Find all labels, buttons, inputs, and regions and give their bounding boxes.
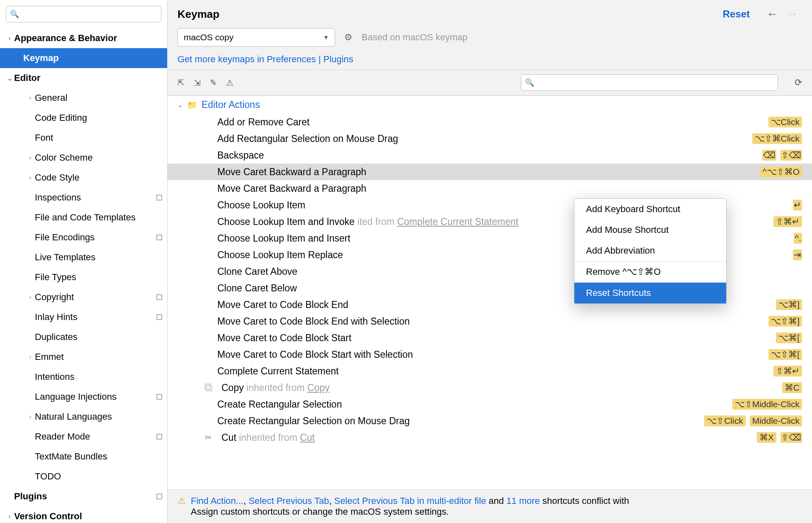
action-name: Move Caret to Code Block Start bbox=[217, 332, 771, 344]
action-row[interactable]: Create Rectangular Selection on Mouse Dr… bbox=[168, 413, 812, 429]
shortcut-list: ↵ bbox=[793, 200, 802, 210]
footer-link[interactable]: Select Previous Tab bbox=[248, 496, 329, 506]
sidebar-item-file-types[interactable]: File Types bbox=[0, 267, 167, 287]
group-editor-actions[interactable]: ⌄ 📁 Editor Actions bbox=[168, 96, 812, 114]
sidebar-search-input[interactable] bbox=[6, 6, 161, 22]
gear-icon[interactable]: ⚙ bbox=[344, 32, 353, 43]
sidebar-item-label: Reader Mode bbox=[35, 431, 154, 442]
shortcut-badge: ↵ bbox=[793, 200, 802, 210]
sidebar-item-appearance-behavior[interactable]: ›Appearance & Behavior bbox=[0, 28, 167, 48]
get-more-row: Get more keymaps in Preferences | Plugin… bbox=[168, 49, 812, 70]
edit-icon[interactable]: ✎ bbox=[210, 78, 217, 88]
action-row[interactable]: Complete Current Statement⇧⌘↵ bbox=[168, 363, 812, 379]
find-by-shortcut-icon[interactable]: ⟳ bbox=[795, 77, 802, 88]
sidebar-item-todo[interactable]: TODO bbox=[0, 467, 167, 486]
action-row[interactable]: Move Caret to Code Block Start⌥⌘[ bbox=[168, 330, 812, 346]
sidebar-item-file-encodings[interactable]: File Encodings bbox=[0, 227, 167, 247]
action-row[interactable]: Move Caret to Code Block End with Select… bbox=[168, 313, 812, 330]
action-search-input[interactable] bbox=[521, 74, 778, 91]
page-title: Keymap bbox=[177, 8, 723, 21]
sidebar-item-natural-languages[interactable]: ›Natural Languages bbox=[0, 407, 167, 427]
action-row[interactable]: ✂Cut inherited from Cut⌘X⇧⌫ bbox=[168, 429, 812, 446]
shortcut-badge: ^. bbox=[794, 233, 802, 244]
sidebar-item-keymap[interactable]: Keymap bbox=[0, 48, 167, 68]
chevron-icon: › bbox=[26, 413, 35, 420]
action-row[interactable]: Move Caret Backward a Paragraph^⌥⇧⌘O bbox=[168, 164, 812, 180]
sidebar-item-label: File and Code Templates bbox=[35, 212, 162, 223]
action-row[interactable]: ⿻Copy inherited from Copy⌘C bbox=[168, 379, 812, 396]
action-row[interactable]: Move Caret Backward a Paragraph bbox=[168, 180, 812, 197]
project-scope-icon bbox=[156, 195, 162, 200]
header: Keymap Reset ← → bbox=[168, 0, 812, 26]
menu-item-add-keyboard-shortcut[interactable]: Add Keyboard Shortcut bbox=[574, 199, 726, 220]
project-scope-icon bbox=[156, 494, 162, 499]
shortcut-badge: ⌫ bbox=[762, 150, 776, 161]
shortcut-list: ⌥⇧⌘Click bbox=[752, 133, 802, 144]
menu-item-add-abbreviation[interactable]: Add Abbreviation bbox=[574, 240, 726, 261]
footer-link[interactable]: Find Action... bbox=[191, 496, 243, 506]
sidebar-item-live-templates[interactable]: Live Templates bbox=[0, 247, 167, 267]
footer-link[interactable]: Select Previous Tab in multi-editor file bbox=[334, 496, 486, 506]
sidebar-item-label: Appearance & Behavior bbox=[14, 33, 162, 44]
menu-item-remove-o[interactable]: Remove ^⌥⇧⌘O bbox=[574, 262, 726, 282]
shortcut-list: ⌥⌘] bbox=[776, 299, 802, 310]
get-more-link[interactable]: Get more keymaps in Preferences | Plugin… bbox=[177, 54, 353, 64]
settings-sidebar: 🔍 ›Appearance & BehaviorKeymap⌄Editor›Ge… bbox=[0, 0, 168, 523]
shortcut-list: ⌥⇧⌘[ bbox=[768, 349, 802, 360]
shortcut-badge: ⇥ bbox=[793, 249, 802, 260]
shortcut-list: ⌥⇧Middle-Click bbox=[732, 399, 802, 410]
footer-text: Find Action..., Select Previous Tab, Sel… bbox=[191, 496, 629, 517]
sidebar-item-duplicates[interactable]: Duplicates bbox=[0, 327, 167, 347]
sidebar-item-plugins[interactable]: Plugins bbox=[0, 486, 167, 506]
sidebar-item-label: Live Templates bbox=[35, 252, 162, 263]
keymap-dropdown[interactable]: macOS copy ▼ bbox=[177, 28, 335, 46]
sidebar-item-label: Copyright bbox=[35, 292, 154, 303]
sidebar-item-language-injections[interactable]: Language Injections bbox=[0, 387, 167, 407]
sidebar-item-code-style[interactable]: ›Code Style bbox=[0, 168, 167, 188]
expand-all-icon[interactable]: ⇱ bbox=[177, 78, 185, 88]
action-row[interactable]: Backspace⌫⇧⌫ bbox=[168, 147, 812, 164]
shortcut-badge: ⇧⌫ bbox=[780, 150, 802, 161]
group-label: Editor Actions bbox=[202, 99, 260, 110]
sidebar-item-intentions[interactable]: Intentions bbox=[0, 367, 167, 387]
sidebar-item-copyright[interactable]: ›Copyright bbox=[0, 287, 167, 307]
sidebar-item-textmate-bundles[interactable]: TextMate Bundles bbox=[0, 447, 167, 467]
shortcut-list: ⌫⇧⌫ bbox=[762, 150, 802, 161]
action-row[interactable]: Add or Remove Caret⌥Click bbox=[168, 114, 812, 130]
sidebar-item-label: Emmet bbox=[35, 352, 162, 362]
sidebar-item-version-control[interactable]: ›Version Control bbox=[0, 506, 167, 523]
shortcut-list: ⌥Click bbox=[768, 117, 802, 127]
sidebar-item-inspections[interactable]: Inspections bbox=[0, 188, 167, 208]
sidebar-item-inlay-hints[interactable]: Inlay Hints bbox=[0, 307, 167, 327]
action-name: Create Rectangular Selection on Mouse Dr… bbox=[217, 415, 699, 427]
sidebar-item-code-editing[interactable]: Code Editing bbox=[0, 108, 167, 128]
warning-icon[interactable]: ⚠ bbox=[226, 78, 233, 88]
action-icon: ⿻ bbox=[205, 383, 215, 393]
based-on-label: Based on macOS keymap bbox=[362, 32, 468, 43]
menu-item-add-mouse-shortcut[interactable]: Add Mouse Shortcut bbox=[574, 220, 726, 240]
nav-back-icon[interactable]: ← bbox=[766, 7, 778, 21]
shortcut-list: ^. bbox=[794, 233, 802, 244]
action-row[interactable]: Add Rectangular Selection on Mouse Drag⌥… bbox=[168, 130, 812, 147]
sidebar-item-general[interactable]: ›General bbox=[0, 88, 167, 108]
action-row[interactable]: Create Rectangular Selection⌥⇧Middle-Cli… bbox=[168, 396, 812, 413]
shortcut-badge: ⌥⌘] bbox=[776, 299, 802, 310]
sidebar-item-font[interactable]: Font bbox=[0, 128, 167, 148]
action-row[interactable]: Move Caret to Code Block Start with Sele… bbox=[168, 346, 812, 363]
sidebar-item-reader-mode[interactable]: Reader Mode bbox=[0, 427, 167, 447]
sidebar-item-label: Version Control bbox=[14, 511, 162, 522]
menu-item-reset-shortcuts[interactable]: Reset Shortcuts bbox=[574, 283, 726, 303]
shortcut-badge: ^⌥⇧⌘O bbox=[760, 166, 802, 177]
footer-link[interactable]: 11 more bbox=[506, 496, 540, 506]
action-name: Move Caret Backward a Paragraph bbox=[217, 166, 755, 178]
sidebar-item-editor[interactable]: ⌄Editor bbox=[0, 68, 167, 88]
sidebar-item-label: Code Style bbox=[35, 172, 162, 183]
reset-button[interactable]: Reset bbox=[723, 8, 750, 20]
sidebar-item-emmet[interactable]: ›Emmet bbox=[0, 347, 167, 367]
collapse-all-icon[interactable]: ⇲ bbox=[194, 78, 201, 88]
action-name: Create Rectangular Selection bbox=[217, 399, 727, 410]
sidebar-item-file-and-code-templates[interactable]: File and Code Templates bbox=[0, 208, 167, 227]
main-panel: Keymap Reset ← → macOS copy ▼ ⚙ Based on… bbox=[168, 0, 812, 523]
sidebar-item-color-scheme[interactable]: ›Color Scheme bbox=[0, 148, 167, 168]
sidebar-item-label: File Types bbox=[35, 272, 162, 283]
